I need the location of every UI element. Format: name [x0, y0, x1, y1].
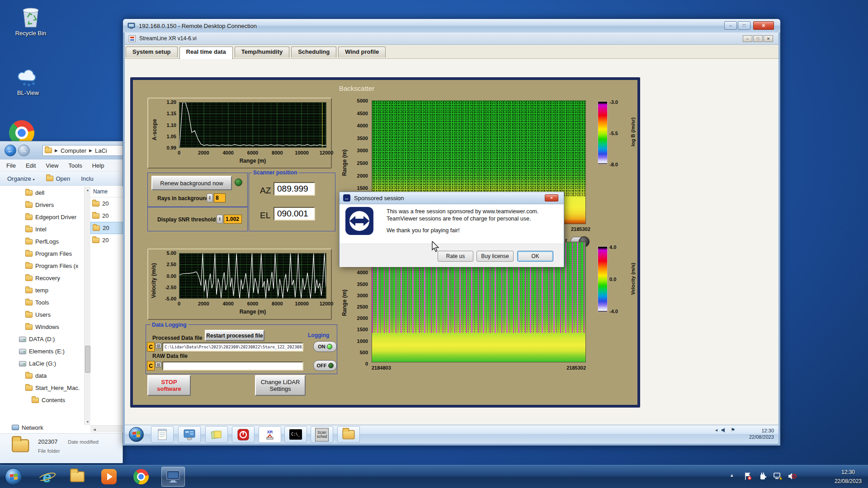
tree-item[interactable]: Edgeport Driver — [0, 211, 84, 223]
remote-hidden-icons-icon[interactable]: ◂ — [715, 427, 717, 432]
raw-path-field[interactable] — [162, 361, 303, 371]
bl-view-shortcut[interactable]: BL-View — [7, 68, 49, 96]
taskbar-chrome-icon[interactable] — [129, 467, 153, 487]
tree-item[interactable]: Users — [0, 309, 84, 321]
action-center-flag-icon[interactable] — [744, 472, 752, 480]
remote-flag-icon[interactable]: ⚑ — [731, 427, 735, 433]
file-row[interactable]: 20 — [90, 197, 123, 210]
remote-scan-sched-icon[interactable]: Scansched — [311, 426, 333, 443]
tree-item[interactable]: dell — [0, 187, 84, 199]
processed-path-field[interactable]: C:\Lidar\Data\Proc\2023\202308\20230822\… — [162, 343, 303, 352]
labview-title-bar[interactable]: StreamLine XR v14-6.vi – □ ✕ — [125, 33, 778, 45]
restart-processed-button[interactable]: Restart processed file — [205, 330, 264, 341]
hidden-icons-button[interactable]: ▴ — [731, 472, 733, 478]
taskbar-media-player-icon[interactable] — [97, 467, 121, 487]
scrollbar-thumb[interactable] — [85, 346, 90, 373]
change-lidar-settings-button[interactable]: Change LiDARSettings — [255, 375, 306, 396]
dialog-close-button[interactable]: ✕ — [545, 194, 558, 202]
tree-item[interactable]: Intel — [0, 223, 84, 235]
raw-drive-combo[interactable]: C — [147, 361, 155, 371]
remote-notepad-icon[interactable] — [151, 426, 174, 443]
rays-value[interactable]: 8 — [214, 193, 226, 202]
lv-restore-button[interactable]: □ — [753, 35, 763, 42]
volume-muted-icon[interactable] — [788, 472, 797, 480]
processed-drive-combo[interactable]: C — [147, 342, 155, 352]
tab[interactable]: Wind profile — [338, 47, 386, 57]
tab[interactable]: Temp/humidity — [235, 47, 289, 57]
file-row[interactable]: 20 — [90, 222, 123, 234]
menu-item[interactable]: Help — [92, 162, 104, 169]
snr-value[interactable]: 1.002 — [224, 215, 242, 224]
menu-item[interactable]: Edit — [26, 162, 36, 169]
path-browse-icon[interactable]: ▧ — [156, 362, 161, 367]
remote-folder-icon[interactable] — [337, 426, 360, 443]
snr-spinner[interactable]: ▲▼ — [217, 215, 223, 224]
taskbar-rdp-icon[interactable] — [161, 467, 185, 487]
tree-item[interactable]: Drivers — [0, 199, 84, 211]
power-plug-icon[interactable] — [759, 472, 767, 480]
processed-logging-toggle[interactable]: ON — [313, 341, 337, 352]
taskbar-clock[interactable]: 12:30 22/08/2023 — [835, 468, 862, 486]
lv-minimize-button[interactable]: – — [743, 35, 752, 42]
tree-item[interactable]: Windows — [0, 321, 84, 333]
horizontal-scrollbar[interactable]: ◀ — [90, 425, 123, 432]
dialog-title-bar[interactable]: ↔ Sponsored session ✕ — [340, 192, 564, 204]
close-button[interactable]: ✕ — [753, 21, 774, 30]
tree-item-network[interactable]: Network — [0, 422, 84, 433]
stop-software-button[interactable]: STOPsoftware — [147, 375, 191, 396]
remote-display-settings-icon[interactable] — [178, 426, 201, 443]
breadcrumb-drive[interactable]: LaCi — [95, 147, 107, 154]
tree-item[interactable]: data — [0, 370, 84, 382]
ok-button[interactable]: OK — [517, 251, 553, 262]
recycle-bin-shortcut[interactable]: Recycle Bin — [10, 5, 52, 37]
tree-item[interactable]: DATA (D:) — [0, 333, 84, 345]
tree-item[interactable]: Contents — [0, 394, 84, 406]
buy-license-button[interactable]: Buy license — [476, 251, 514, 262]
tree-item[interactable]: Recovery — [0, 272, 84, 284]
az-value[interactable]: 089.999 — [274, 182, 315, 196]
spin-down-icon[interactable]: ▼ — [208, 198, 211, 200]
tree-item[interactable]: Elements (E:) — [0, 345, 84, 357]
file-row[interactable]: 20 — [90, 210, 123, 222]
column-header-name[interactable]: Name — [90, 187, 123, 197]
rdp-title-bar[interactable]: 192.168.0.150 - Remote Desktop Connectio… — [123, 19, 780, 33]
tree-item[interactable]: PerfLogs — [0, 235, 84, 248]
remote-labview-xr-icon[interactable]: XR — [259, 426, 281, 443]
taskbar-explorer-icon[interactable] — [66, 467, 89, 487]
open-button[interactable]: Open — [46, 175, 70, 182]
lv-close-button[interactable]: ✕ — [764, 35, 773, 42]
rate-us-button[interactable]: Rate us — [438, 251, 473, 262]
tree-item[interactable]: Program Files (x — [0, 260, 84, 272]
tree-item[interactable]: LaCie (G:) — [0, 357, 84, 370]
remote-cmd-icon[interactable]: C:\_ — [284, 426, 307, 443]
tab[interactable]: Real time data — [179, 47, 233, 59]
maximize-button[interactable]: □ — [738, 21, 750, 30]
el-value[interactable]: 090.001 — [274, 207, 315, 221]
renew-background-button[interactable]: Renew background now — [151, 176, 232, 190]
tree-item[interactable]: temp — [0, 284, 84, 296]
raw-logging-toggle[interactable]: OFF — [313, 360, 337, 371]
taskbar-ie-icon[interactable]: e — [35, 467, 59, 487]
spin-down-icon[interactable]: ▼ — [218, 219, 221, 221]
network-status-icon[interactable] — [774, 472, 782, 480]
remote-sticky-notes-icon[interactable] — [205, 426, 228, 443]
tab[interactable]: Scheduling — [291, 47, 336, 57]
breadcrumb-computer[interactable]: Computer — [61, 147, 86, 154]
remote-shutdown-icon[interactable] — [232, 426, 255, 443]
tab[interactable]: System setup — [126, 47, 178, 57]
menu-item[interactable]: Tools — [68, 162, 82, 169]
tree-scrollbar[interactable]: ▲ ▼ — [84, 187, 90, 425]
forward-button[interactable]: → — [18, 145, 30, 156]
tree-item[interactable]: Tools — [0, 296, 84, 309]
menu-item[interactable]: View — [46, 162, 58, 169]
include-button[interactable]: Inclu — [81, 175, 93, 182]
tree-item[interactable]: Start_Here_Mac. — [0, 382, 84, 394]
organize-button[interactable]: Organize ▾ — [7, 175, 34, 182]
path-browse-icon[interactable]: ▧ — [156, 343, 161, 348]
start-button[interactable] — [5, 468, 22, 485]
back-button[interactable]: ← — [5, 145, 16, 156]
tree-item[interactable]: Program Files — [0, 248, 84, 260]
scroll-down-icon[interactable]: ▼ — [85, 418, 91, 425]
file-row[interactable]: 20 — [90, 234, 123, 246]
remote-volume-icon[interactable] — [721, 427, 727, 433]
